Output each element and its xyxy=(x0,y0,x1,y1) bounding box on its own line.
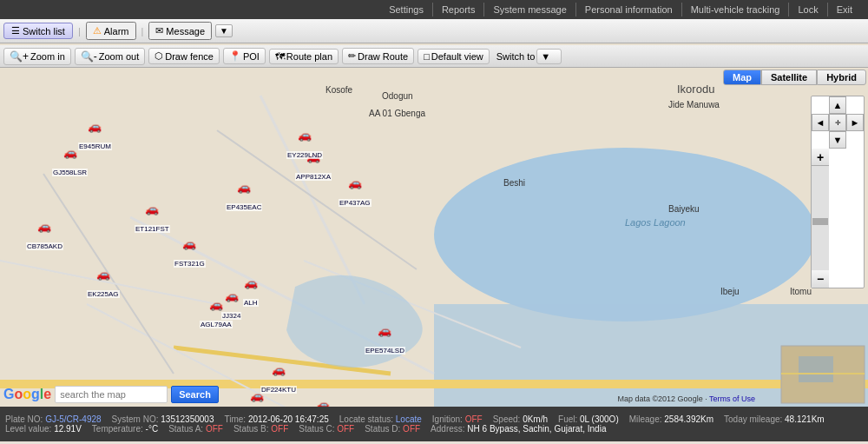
vehicle-marker[interactable]: 🚗EPE574LSD xyxy=(365,324,405,355)
draw-fence-button[interactable]: ⬡ Draw fence xyxy=(148,48,220,64)
top-navigation: Settings Reports System message Personal… xyxy=(0,0,868,19)
zoom-slider[interactable] xyxy=(812,166,829,270)
vehicle-marker[interactable]: 🚗EP435EAC xyxy=(226,181,262,211)
pan-down-button[interactable]: ▼ xyxy=(829,131,846,149)
map-search-button[interactable]: Search xyxy=(171,386,219,403)
vehicle-marker[interactable]: 🚗CB785AKD xyxy=(26,220,63,250)
route-plan-icon: 🗺 xyxy=(275,51,285,62)
switch-list-button[interactable]: ☰ Switch list xyxy=(3,23,73,39)
temperature: Temperature: -°C xyxy=(92,424,158,434)
message-dropdown[interactable]: ▼ xyxy=(215,24,233,37)
separator-2: | xyxy=(141,26,144,36)
draw-route-icon: ✏ xyxy=(348,50,356,62)
svg-point-1 xyxy=(434,148,816,321)
nav-lock[interactable]: Lock xyxy=(789,3,827,17)
nav-reports[interactable]: Reports xyxy=(433,3,485,17)
terms-link[interactable]: Terms of Use xyxy=(709,394,755,403)
nav-personal-info[interactable]: Personal information xyxy=(576,3,682,17)
mileage-display: Mileage: 2584.392Km xyxy=(629,414,713,424)
message-button[interactable]: ✉ Message xyxy=(148,22,212,40)
zoom-out-map-button[interactable]: − xyxy=(812,270,829,288)
vehicle-marker[interactable]: 🚗EP437AG xyxy=(339,176,372,207)
view-icon: □ xyxy=(424,51,430,62)
fuel-display: Fuel: 0L (300O) xyxy=(558,414,619,424)
google-logo: Google xyxy=(3,387,51,402)
alarm-icon: ⚠ xyxy=(93,25,102,36)
satellite-button[interactable]: Satellite xyxy=(761,70,817,85)
time-display: Time: 2012-06-20 16:47:25 xyxy=(224,414,328,424)
speed-display: Speed: 0Km/h xyxy=(493,414,548,424)
vehicle-marker[interactable]: 🚗DF224KTU xyxy=(260,363,297,394)
separator-1: | xyxy=(78,26,81,36)
status-d: Status D: OFF xyxy=(365,424,420,434)
ignition-status: Ignition: OFF xyxy=(432,414,483,424)
vehicle-marker[interactable]: 🚗ET121FST xyxy=(135,202,170,233)
zoom-in-icon: 🔍+ xyxy=(10,50,29,63)
fence-icon: ⬡ xyxy=(155,50,163,62)
nav-system-message[interactable]: System message xyxy=(484,3,575,17)
status-bar: Plate NO: GJ-5/CR-4928 System NO: 135123… xyxy=(0,407,868,441)
zoom-in-button[interactable]: 🔍+ Zoom in xyxy=(3,48,71,65)
map-type-buttons: Map Satellite Hybrid xyxy=(723,70,866,85)
address-display: Address: NH 6 Bypass, Sachin, Gujarat, I… xyxy=(431,424,606,434)
map-svg xyxy=(0,43,868,407)
nav-settings[interactable]: Settings xyxy=(380,3,433,17)
status-c: Status C: OFF xyxy=(299,424,354,434)
zoom-out-button[interactable]: 🔍- Zoom out xyxy=(75,48,145,65)
zoom-slider-thumb[interactable] xyxy=(812,218,828,225)
hybrid-button[interactable]: Hybrid xyxy=(817,70,866,85)
zoom-pan-controls: ▲ ◄ ✛ ► ▼ + − xyxy=(811,96,865,288)
google-search-bar: Google Search xyxy=(3,386,219,403)
today-mileage: Today mileage: 48.121Km xyxy=(724,414,825,424)
vehicle-marker[interactable]: 🚗EY229LND xyxy=(286,129,323,159)
zoom-out-icon: 🔍- xyxy=(81,50,97,63)
svg-rect-14 xyxy=(799,356,833,382)
list-icon: ☰ xyxy=(11,25,20,36)
map-button[interactable]: Map xyxy=(723,70,761,85)
draw-route-button[interactable]: ✏ Draw Route xyxy=(342,48,414,64)
level-value: Level value: 12.91V xyxy=(5,424,82,434)
status-b: Status B: OFF xyxy=(233,424,288,434)
switch-to-dropdown[interactable]: ▼ xyxy=(536,49,562,64)
pan-center-button[interactable]: ✛ xyxy=(829,114,846,131)
map-container[interactable]: 🔍+ Zoom in 🔍- Zoom out ⬡ Draw fence 📍 PO… xyxy=(0,43,868,407)
status-a: Status A: OFF xyxy=(168,424,223,434)
vehicle-marker[interactable]: 🚗FST321G xyxy=(174,237,206,268)
poi-icon: 📍 xyxy=(229,50,241,62)
main-toolbar: ☰ Switch list | ⚠ Alarm | ✉ Message ▼ xyxy=(0,19,868,43)
vehicle-marker[interactable]: 🚗AGL79AA xyxy=(200,298,233,328)
zoom-in-map-button[interactable]: + xyxy=(812,149,829,166)
switch-to-label: Switch to xyxy=(496,51,536,62)
default-view-button[interactable]: □ Default view xyxy=(418,49,490,64)
system-no: System NO: 13512350003 xyxy=(112,414,214,424)
map-attribution: Map data ©2012 Google · Terms of Use xyxy=(617,394,755,403)
pan-left-button[interactable]: ◄ xyxy=(812,114,829,131)
vehicle-marker[interactable]: 🚗7KRG xyxy=(312,398,333,407)
locate-status: Locate status: Locate xyxy=(339,414,422,424)
plate-no: Plate NO: GJ-5/CR-4928 xyxy=(5,414,102,424)
pan-right-button[interactable]: ► xyxy=(846,114,864,131)
map-toolbar: 🔍+ Zoom in 🔍- Zoom out ⬡ Draw fence 📍 PO… xyxy=(0,45,868,68)
pan-up-button[interactable]: ▲ xyxy=(829,96,846,114)
vehicle-marker[interactable]: 🚗GJ558LSR xyxy=(52,146,88,176)
nav-multi-vehicle[interactable]: Multi-vehicle tracking xyxy=(682,3,790,17)
route-plan-button[interactable]: 🗺 Route plan xyxy=(269,49,339,64)
envelope-icon: ✉ xyxy=(155,25,163,36)
nav-exit[interactable]: Exit xyxy=(828,3,861,17)
alarm-button[interactable]: ⚠ Alarm xyxy=(86,22,136,40)
vehicle-marker[interactable]: 🚗ALH xyxy=(243,276,259,307)
poi-button[interactable]: 📍 POI xyxy=(223,48,266,64)
vehicle-marker[interactable]: 🚗EK225AG xyxy=(87,268,120,298)
map-search-input[interactable] xyxy=(55,386,168,403)
